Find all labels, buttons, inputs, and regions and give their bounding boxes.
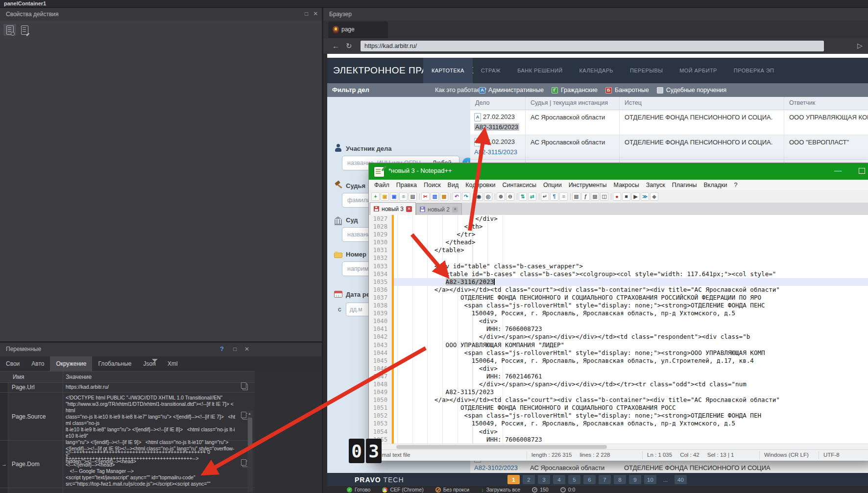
maximize-icon[interactable]: □ [305,10,308,17]
status-proxy[interactable]: Без прокси [435,487,469,493]
menu-item[interactable]: ? [730,182,741,188]
func-list-icon[interactable]: ƒ [581,192,590,201]
code-line[interactable]: 1055 ИНН: 7606008723 [369,436,868,444]
menu-item[interactable]: Поиск [420,182,444,188]
variables-tab[interactable]: Xml [162,356,184,371]
document-tab[interactable]: новый 3 ✕ [370,202,416,215]
url-input[interactable]: https://kad.arbitr.ru/ [361,41,824,51]
variable-row[interactable]: Page.Source <!DOCTYPE html PUBLIC "-//W3… [0,393,255,441]
close-icon[interactable]: ✕ [313,10,318,17]
page-button[interactable]: ... [659,475,672,484]
save-all-icon[interactable]: ≡ [399,192,408,201]
notepad-title-bar[interactable]: *новый 3 - Notepad++ — [369,163,868,180]
table-row[interactable]: А 27.02.2023 A82-3115/2023 АС Ярославско… [470,135,868,160]
case-number-link[interactable]: А82-3102/2023 [474,464,518,471]
page-button[interactable]: 5 [568,475,580,484]
status-browser-engine[interactable]: CEF (Chrome) [382,487,423,493]
play-macro-icon[interactable]: ▶ [631,192,640,201]
zoom-in-icon[interactable]: ⊕ [497,192,505,201]
scroll-up-icon[interactable]: ▲ [248,412,251,415]
variables-tab[interactable]: Окружение [50,356,92,371]
page-button[interactable]: 40 [675,475,687,484]
doc-map-icon[interactable]: ▧ [572,192,580,201]
copy-icon[interactable] [242,384,248,390]
menu-item[interactable]: Плагины [669,182,700,188]
code-line[interactable]: 1032 [369,254,868,262]
replace-icon[interactable]: ◎ [484,192,492,201]
table-row[interactable]: А 27.02.2023 A82-3116/2023 АС Ярославско… [470,110,868,135]
menu-item[interactable]: Макросы [610,182,643,188]
site-nav-item[interactable]: КАЛЕНДАРЬ [571,58,622,83]
run-multi-icon[interactable]: ≫ [641,192,649,201]
code-line[interactable]: 1035 A82-3116/2023 [369,278,868,286]
code-line[interactable]: 1051 ОТДЕЛЕНИЕ ФОНДА ПЕНСИОННОГО И СОЦИА… [369,404,868,412]
code-line[interactable]: 1047 ИНН: 7602146761 [369,373,868,380]
site-nav-item[interactable]: БАНК РЕШЕНИЙ [509,58,571,83]
code-line[interactable]: 1031 </table> [369,246,868,254]
menu-item[interactable]: Файл [371,182,393,188]
code-line[interactable]: 1054 <div> [369,428,868,436]
code-line[interactable]: 1040 <div> [369,317,868,325]
code-line[interactable]: 1039 150049, Россия, г. Ярославль, Яросл… [369,309,868,317]
maximize-icon[interactable] [859,168,865,174]
site-nav-item[interactable]: МОЙ АРБИТР [671,58,725,83]
record-macro-icon[interactable]: ● [613,192,621,201]
status-speed[interactable]: 150 [532,487,549,493]
cut-icon[interactable]: ✂ [421,192,430,201]
variables-tab[interactable]: Свои [0,356,25,371]
code-line[interactable]: 1036 </a></div></td><td class="court"><d… [369,286,868,294]
save-icon[interactable]: ▣ [390,192,398,201]
site-nav-item[interactable]: ПРОВЕРКА ЭП [725,58,783,83]
folder-panel-icon[interactable]: ▨ [591,192,599,201]
menu-item[interactable]: Синтаксисы [499,182,540,188]
document-tab[interactable]: новый 2 ✕ [416,203,462,215]
save-macro-icon[interactable]: ◆ [650,192,658,201]
page-button[interactable]: 3 [538,475,550,484]
code-line[interactable]: 1030 </thead> [369,238,868,246]
case-type-badge[interactable]: Г Гражданские [552,87,598,94]
code-line[interactable]: 1052 <span class="js-rolloverHtml" style… [369,412,868,420]
status-load-mode[interactable]: ↓Загружать все [481,487,520,493]
menu-item[interactable]: Вкладки [700,182,730,188]
code-line[interactable]: 1029 </tr> [369,231,868,238]
menu-item[interactable]: Опции [540,182,565,188]
code-line[interactable]: 1050 </a></div></td><td class="court"><d… [369,396,868,404]
code-line[interactable]: 1042 </div></span></span></div></div></t… [369,333,868,341]
stop-macro-icon[interactable]: ■ [622,192,630,201]
new-file-icon[interactable]: + [371,192,380,201]
show-symbols-icon[interactable]: ¶ [550,192,558,201]
variables-tab[interactable]: Json [138,356,162,371]
code-line[interactable]: 1027 </div> [369,215,868,223]
indent-guide-icon[interactable]: ≡ [559,192,568,201]
page-button[interactable]: 4 [553,475,565,484]
code-line[interactable]: 1045 150064, Россия, г. Ярославль, Яросл… [369,357,868,365]
minimize-icon[interactable]: — [834,166,842,174]
case-type-badge[interactable]: Б Банкротные [605,87,649,94]
code-line[interactable]: 1033 <div id="table" class="b-cases_wrap… [369,262,868,270]
code-line[interactable]: 1041 ИНН: 7606008723 [369,325,868,333]
code-line[interactable]: 1028 </th> [369,223,868,231]
print-icon[interactable]: ▤ [409,192,417,201]
page-button[interactable]: 7 [599,475,611,484]
word-wrap-icon[interactable]: ↵ [541,192,549,201]
code-line[interactable]: 1046 <div> [369,365,868,373]
code-line[interactable]: 1048 </div></span></span></div></div></t… [369,380,868,388]
close-icon[interactable]: ✕ [244,346,249,352]
help-icon[interactable]: ? [220,345,224,352]
scrollbar-thumb[interactable] [248,418,252,446]
variables-scrollbar[interactable]: ▲ [247,411,253,492]
scrollbar-thumb[interactable] [396,445,607,449]
page-button[interactable]: 2 [523,475,535,484]
properties-view-button[interactable] [3,24,16,36]
back-icon[interactable]: ← [332,42,339,50]
tab-close-icon[interactable]: ✕ [452,207,458,212]
variable-row[interactable]: Page.Url https://kad.arbitr.ru/ [0,382,255,393]
menu-item[interactable]: Инструменты [565,182,610,188]
code-line[interactable]: 1037 ОТДЕЛЕНИЕ ФОНДА ПЕНСИОННОГО И СОЦИА… [369,294,868,302]
refresh-icon[interactable]: ↻ [346,42,352,50]
maximize-icon[interactable]: □ [233,346,237,352]
properties-edit-button[interactable] [18,24,31,36]
page-button[interactable]: 6 [583,475,596,484]
code-line[interactable]: 1043 ООО УПРАВЛЯЮЩАЯ КОМПАНИЯ "ЛИДЕР" [369,341,868,349]
monitor-icon[interactable]: ◫ [600,192,608,201]
